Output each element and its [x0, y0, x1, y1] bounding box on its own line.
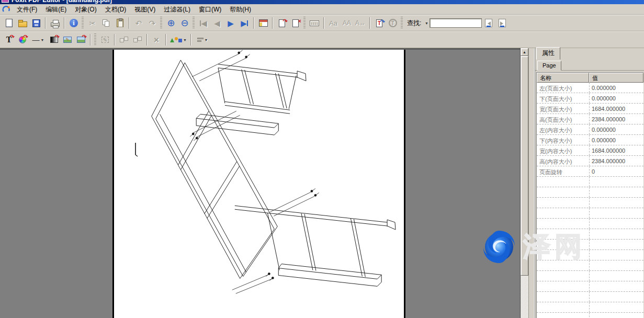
column-header-value[interactable]: 值 [589, 73, 643, 83]
new-file-button[interactable] [2, 16, 16, 30]
tab-page[interactable]: Page [537, 61, 561, 71]
redo-button[interactable]: ↷ [145, 16, 159, 30]
insert-shading-button[interactable]: ↷ [47, 33, 61, 47]
insert-page-button[interactable]: ↷ [275, 16, 289, 30]
pdf-page[interactable] [112, 50, 405, 318]
send-backward-button[interactable] [117, 33, 131, 47]
align-objects-button[interactable]: ▼ [194, 33, 211, 47]
toolbar-gripper[interactable] [160, 17, 162, 29]
print-button[interactable] [48, 16, 62, 30]
scroll-up-button[interactable]: ▲ [521, 48, 528, 56]
table-row[interactable]: 页面旋转0 [537, 166, 643, 177]
scrollbar-thumb[interactable] [521, 56, 528, 276]
property-value[interactable]: 0.000000 [589, 124, 643, 134]
find-input[interactable] [430, 18, 482, 28]
delete-page-button[interactable]: × [289, 16, 302, 30]
find-previous-button[interactable] [482, 16, 495, 30]
toolbar-gripper[interactable] [401, 17, 403, 29]
property-value[interactable]: 1684.000000 [589, 145, 643, 155]
undo-button[interactable]: ↶ [132, 16, 145, 30]
property-value[interactable]: 0.000000 [589, 83, 643, 93]
first-page-button[interactable]: ◀ [197, 16, 210, 30]
toolbar-gripper[interactable] [82, 17, 84, 29]
cut-button[interactable]: ✂ [86, 16, 99, 30]
table-row[interactable]: 高(页面大小)2384.000000 [537, 114, 643, 124]
font-case-button[interactable]: Aa [326, 16, 340, 30]
last-page-button[interactable]: ▶ [238, 16, 251, 30]
menu-item[interactable]: 视图(V) [130, 5, 160, 14]
save-file-button[interactable] [29, 16, 43, 30]
scrollbar-track[interactable] [521, 276, 528, 318]
line-style-button[interactable]: —▼ [29, 33, 47, 47]
property-value[interactable]: 2384.000000 [589, 156, 643, 166]
edit-image-button[interactable]: ✎ [61, 33, 74, 47]
document-info-button[interactable]: i [67, 16, 81, 30]
add-text-button[interactable]: T↷ [372, 16, 386, 30]
table-row[interactable]: 下(页面大小)0.000000 [537, 93, 643, 104]
table-row[interactable]: 左(内容大小)0.000000 [537, 124, 643, 135]
properties-tab[interactable]: 属性 [536, 47, 560, 60]
properties-panel: 属性 Page 名称 值 左(页面大小)0.000000下(页面大小)0.000… [535, 48, 644, 318]
chevron-down-icon: ▼ [41, 38, 44, 42]
vertical-scrollbar[interactable]: ▲ [520, 48, 528, 318]
bring-forward-button[interactable] [131, 33, 144, 47]
touchup-object-button[interactable]: ✎ [98, 33, 112, 47]
toolbar-standard: i ✂ ↶ ↷ ⊕ ⊖ ◀ ◀ ▶ ▶ ↷ × Aa AA A↔ T↷ T 查找… [0, 15, 644, 31]
toolbar-separator [64, 17, 65, 29]
property-value [589, 302, 643, 312]
find-next-button[interactable] [495, 16, 509, 30]
property-value[interactable]: 0 [589, 166, 643, 176]
table-row[interactable]: 高(内容大小)2384.000000 [537, 156, 643, 166]
table-row[interactable]: 下(内容大小)0.000000 [537, 135, 643, 145]
circled-t-button[interactable]: T [386, 16, 400, 30]
menu-item[interactable]: 编辑(E) [41, 5, 71, 14]
toolbar-separator [165, 34, 166, 46]
property-name [537, 208, 589, 218]
undo-icon: ↶ [135, 19, 142, 27]
delete-object-button[interactable]: × [150, 33, 163, 47]
toolbar-gripper[interactable] [303, 17, 306, 29]
info-icon: i [70, 19, 78, 27]
property-name [537, 229, 589, 239]
insert-text-button[interactable]: T↷ [2, 33, 16, 47]
font-pair-button[interactable]: AA [340, 16, 354, 30]
find-dropdown-button[interactable]: ▼ [422, 16, 430, 30]
menu-item[interactable]: 过滤器(L) [160, 5, 195, 14]
panel-divider[interactable] [528, 48, 535, 318]
next-page-button[interactable]: ▶ [224, 16, 238, 30]
menu-item[interactable]: 文件(F) [13, 5, 41, 14]
page-layout-button[interactable] [256, 16, 270, 30]
property-value[interactable]: 1684.000000 [589, 104, 643, 113]
table-row[interactable]: 宽(页面大小)1684.000000 [537, 104, 643, 114]
paste-button[interactable] [113, 16, 127, 30]
property-value[interactable]: 0.000000 [589, 135, 643, 145]
menu-item[interactable]: 窗口(W) [195, 5, 225, 14]
property-name: 左(页面大小) [537, 83, 589, 93]
toolbar-gripper[interactable] [193, 17, 195, 29]
title-bar[interactable]: Foxit PDF Editor - [danhuang.pdf] [0, 0, 644, 4]
panel-caption: 属性 [535, 48, 644, 60]
zoom-out-button[interactable]: ⊖ [178, 16, 191, 30]
document-canvas[interactable] [0, 48, 520, 318]
window-title: Foxit PDF Editor - [danhuang.pdf] [12, 0, 644, 4]
toolbar-gripper[interactable] [94, 33, 96, 46]
insert-color-button[interactable]: ↷ [16, 33, 29, 47]
property-value[interactable]: 0.000000 [589, 93, 643, 103]
property-value[interactable]: 2384.000000 [589, 114, 643, 124]
property-value [589, 281, 643, 291]
send-backward-icon [120, 37, 128, 43]
zoom-in-button[interactable]: ⊕ [164, 16, 178, 30]
insert-shapes-button[interactable]: ▼ [168, 33, 188, 47]
menu-item[interactable]: 文档(D) [101, 5, 131, 14]
font-spacing-button[interactable]: A↔ [354, 16, 367, 30]
copy-button[interactable] [99, 16, 113, 30]
insert-image-button[interactable]: ↷ [74, 33, 88, 47]
menu-item[interactable]: 帮助(H) [225, 5, 255, 14]
keyboard-button[interactable] [308, 16, 321, 30]
column-header-name[interactable]: 名称 [537, 73, 589, 83]
table-row[interactable]: 左(页面大小)0.000000 [537, 83, 643, 93]
open-file-button[interactable] [16, 16, 29, 30]
previous-page-button[interactable]: ◀ [210, 16, 224, 30]
menu-item[interactable]: 对象(O) [71, 5, 100, 14]
table-row[interactable]: 宽(内容大小)1684.000000 [537, 145, 643, 156]
